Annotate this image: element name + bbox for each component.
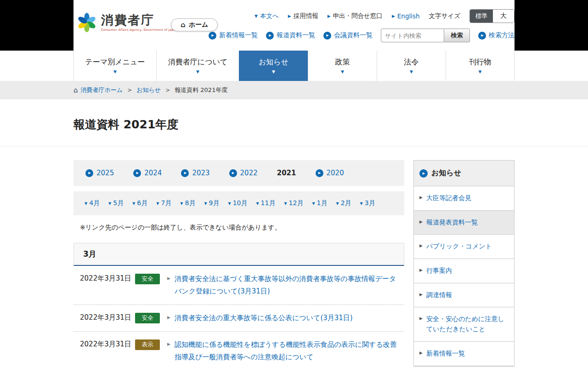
year-current-2021: 2021	[277, 169, 296, 177]
new-info-list-link[interactable]: ▶ 新着情報一覧	[209, 31, 258, 40]
caret-right-icon: ▶	[288, 14, 291, 18]
month-link-jun[interactable]: ▼6月	[132, 199, 147, 207]
home-icon: ⌂	[74, 86, 78, 94]
page-title: 報道資料 2021年度	[74, 117, 514, 132]
month-link-may[interactable]: ▼5月	[108, 199, 124, 207]
year-link-2024[interactable]: ▶ 2024	[133, 169, 162, 177]
nav-theme-menu[interactable]: テーマ別メニュー ▼	[74, 51, 156, 81]
global-nav: テーマ別メニュー ▼ 消費者庁について ▼ お知らせ ▼ 政策 ▼ 法令 ▼ 刊…	[0, 51, 588, 81]
main-content: ▶ 2025 ▶ 2024 ▶ 2023 ▶ 2022 2021 ▶ 2020 …	[74, 160, 404, 368]
font-size-label: 文字サイズ	[429, 12, 460, 20]
month-link-sep[interactable]: ▼9月	[204, 199, 219, 207]
caret-right-icon: ▶	[419, 292, 423, 297]
circle-arrow-icon: ▶	[266, 32, 274, 40]
caret-down-icon: ▼	[85, 201, 87, 206]
news-date: 2022年3月31日	[80, 339, 131, 350]
year-tabs: ▶ 2025 ▶ 2024 ▶ 2023 ▶ 2022 2021 ▶ 2020	[74, 160, 404, 186]
month-link-feb[interactable]: ▼2月	[336, 199, 351, 207]
caret-right-icon: ▶	[167, 276, 170, 281]
year-link-2020[interactable]: ▶ 2020	[316, 169, 344, 177]
search-help-link[interactable]: ▶ 検索方法	[478, 31, 514, 40]
month-link-jan[interactable]: ▼1月	[312, 199, 327, 207]
agency-logo[interactable]: 消費者庁 Consumer Affairs Agency, Government…	[76, 12, 177, 33]
caret-right-icon: ▶	[419, 195, 423, 200]
nav-laws[interactable]: 法令 ▼	[377, 51, 446, 81]
month-link-dec[interactable]: ▼12月	[284, 199, 303, 207]
caret-down-icon: ▼	[410, 69, 413, 74]
font-size-standard-button[interactable]: 標準	[470, 10, 493, 23]
caret-down-icon: ▼	[360, 201, 363, 206]
year-link-2025[interactable]: ▶ 2025	[85, 169, 114, 177]
caret-down-icon: ▼	[254, 14, 258, 18]
nav-news[interactable]: お知らせ ▼	[239, 51, 308, 81]
caret-down-icon: ▼	[272, 69, 275, 74]
english-link[interactable]: ▶ English	[392, 12, 420, 20]
meeting-material-list-link[interactable]: ▶ 会議資料一覧	[323, 31, 373, 40]
breadcrumb-news-link[interactable]: お知らせ	[136, 86, 161, 94]
breadcrumb-separator: >	[127, 87, 132, 93]
nav-publications[interactable]: 刊行物 ▼	[446, 51, 514, 81]
site-subtitle: Consumer Affairs Agency, Government of J…	[101, 28, 177, 32]
month-link-apr[interactable]: ▼4月	[85, 199, 100, 207]
site-search: 検索	[381, 29, 470, 42]
breadcrumb-home-link[interactable]: ⌂ 消費者庁ホーム	[74, 86, 123, 94]
caret-down-icon: ▼	[204, 201, 207, 206]
recruit-link[interactable]: ▶ 採用情報	[288, 12, 318, 20]
sidebar-item-public-comment[interactable]: ▶ パブリック・コメント	[414, 235, 514, 259]
nav-about-agency[interactable]: 消費者庁について ▼	[156, 51, 239, 81]
breadcrumb-bar: ⌂ 消費者庁ホーム > お知らせ > 報道資料 2021年度	[0, 81, 588, 99]
category-badge-safety: 安全	[135, 274, 160, 284]
sidebar-item-procurement[interactable]: ▶ 調達情報	[414, 283, 514, 308]
sidebar-item-press-release-list[interactable]: ▶ 報道発表資料一覧	[414, 211, 514, 235]
caret-down-icon: ▼	[196, 69, 199, 74]
home-icon: ⌂	[181, 21, 186, 29]
category-badge-display: 表示	[135, 339, 160, 350]
press-material-list-link[interactable]: ▶ 報道資料一覧	[266, 31, 315, 40]
caret-down-icon: ▼	[284, 201, 287, 206]
sidebar-item-new-info-list[interactable]: ▶ 新着情報一覧	[414, 342, 514, 366]
news-link[interactable]: 消費者安全法に基づく重大事故等以外の消費者事故等の事故情報データバンク登録につい…	[175, 273, 402, 298]
news-link[interactable]: 消費者安全法の重大事故等に係る公表について(3月31日)	[175, 312, 402, 324]
caret-down-icon: ▼	[156, 201, 159, 206]
caret-right-icon: ▶	[328, 14, 331, 18]
title-band: 報道資料 2021年度	[0, 99, 588, 146]
caret-right-icon: ▶	[392, 14, 395, 18]
month-link-mar[interactable]: ▼3月	[360, 199, 375, 207]
month-link-jul[interactable]: ▼7月	[156, 199, 171, 207]
caret-down-icon: ▼	[108, 201, 111, 206]
caret-down-icon: ▼	[479, 69, 482, 74]
search-button[interactable]: 検索	[444, 29, 470, 42]
circle-arrow-icon: ▶	[419, 169, 428, 178]
caret-down-icon: ▼	[341, 69, 344, 74]
month-link-nov[interactable]: ▼11月	[256, 199, 275, 207]
news-link[interactable]: 認知機能に係る機能性を標ぼうする機能性表示食品の表示に関する改善指導及び一般消費…	[175, 339, 402, 363]
skip-to-content-link[interactable]: ▼ 本文へ	[254, 12, 279, 20]
caret-down-icon: ▼	[113, 69, 117, 74]
breadcrumb-separator: >	[165, 87, 170, 93]
sidebar-item-events[interactable]: ▶ 行事案内	[414, 259, 514, 283]
sidebar-item-press-conference[interactable]: ▶ 大臣等記者会見	[414, 186, 514, 211]
circle-arrow-icon: ▶	[133, 169, 141, 177]
month-links: ▼4月 ▼5月 ▼6月 ▼7月 ▼8月 ▼9月 ▼10月 ▼11月 ▼12月 ▼…	[74, 191, 404, 215]
font-size-large-button[interactable]: 大	[493, 10, 514, 23]
inquiry-link[interactable]: ▶ 申出・問合せ窓口	[328, 12, 383, 20]
pinwheel-logo-icon	[76, 12, 97, 33]
link-expiry-note: ※リンク先のページの一部は終了し、表示できない場合があります。	[80, 224, 404, 232]
news-sidebar: ▶ お知らせ ▶ 大臣等記者会見 ▶ 報道発表資料一覧 ▶ パブリック・コメント…	[413, 160, 514, 367]
year-link-2023[interactable]: ▶ 2023	[181, 169, 209, 177]
quick-links: ▶ 新着情報一覧 ▶ 報道資料一覧 ▶ 会議資料一覧 検索 ▶ 検索方法	[209, 29, 514, 42]
site-title: 消費者庁	[101, 13, 177, 27]
category-badge-safety: 安全	[135, 313, 160, 323]
circle-arrow-icon: ▶	[85, 169, 93, 177]
caret-right-icon: ▶	[419, 243, 423, 248]
year-link-2022[interactable]: ▶ 2022	[229, 169, 258, 177]
caret-right-icon: ▶	[167, 315, 170, 320]
news-date: 2022年3月31日	[80, 273, 131, 284]
month-link-aug[interactable]: ▼8月	[180, 199, 195, 207]
nav-policy[interactable]: 政策 ▼	[308, 51, 377, 81]
utility-links: ▼ 本文へ ▶ 採用情報 ▶ 申出・問合せ窓口 ▶ English 文字サイズ …	[254, 9, 514, 23]
month-link-oct[interactable]: ▼10月	[228, 199, 247, 207]
caret-down-icon: ▼	[180, 201, 183, 206]
search-input[interactable]	[381, 29, 444, 42]
sidebar-item-safety-caution[interactable]: ▶ 安全・安心のために注意していただきたいこと	[414, 307, 514, 341]
